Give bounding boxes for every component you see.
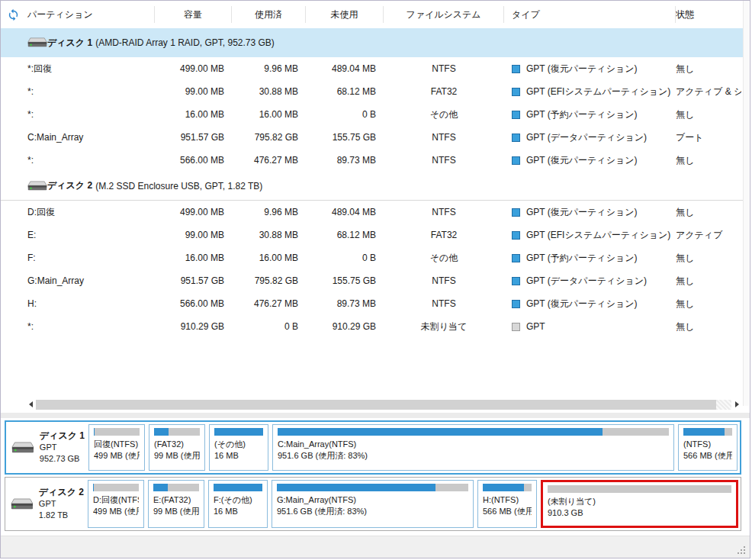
disk-map-partition-block[interactable]: 回復(NTFS)499 MB (使用済: 2%) <box>88 424 145 471</box>
partition-row[interactable]: *:566.00 MB476.27 MB89.73 MBNTFSGPT (復元パ… <box>1 149 743 172</box>
column-header-unused[interactable]: 未使用 <box>306 6 384 23</box>
partition-row[interactable]: C:Main_Array951.57 GB795.82 GB155.75 GBN… <box>1 126 743 149</box>
partition-row[interactable]: E:99.00 MB30.88 MB68.12 MBFAT32GPT (EFIシ… <box>1 224 743 246</box>
scroll-right-arrow[interactable] <box>731 399 742 410</box>
partition-type-square-icon <box>512 65 520 73</box>
scroll-left-arrow[interactable] <box>25 399 36 410</box>
partition-row[interactable]: F:16.00 MB16.00 MB0 Bその他GPT (予約パーティション)無… <box>1 246 743 269</box>
disk-map-partition-unallocated-highlighted[interactable]: (未割り当て)910.3 GB <box>541 480 738 528</box>
column-header-used[interactable]: 使用済 <box>232 6 306 23</box>
filesystem-cell: NTFS <box>384 207 504 217</box>
unused-cell: 489.04 MB <box>306 63 384 74</box>
partition-table: パーティション 容量 使用済 未使用 ファイルシステム タイプ 状態 ディスク … <box>1 1 743 338</box>
capacity-cell: 99.00 MB <box>155 230 232 240</box>
capacity-cell: 951.57 GB <box>155 132 232 143</box>
right-triangle-icon <box>735 401 739 407</box>
disk-map-partition-block[interactable]: H:(NTFS)566 MB (使用済: 84%) <box>477 480 537 528</box>
disk-map-row-1[interactable]: ディスク 1GPT952.73 GB回復(NTFS)499 MB (使用済: 2… <box>5 420 741 475</box>
partition-row[interactable]: *:16.00 MB16.00 MB0 Bその他GPT (予約パーティション)無… <box>1 103 743 126</box>
partition-block-size: 16 MB <box>214 450 263 462</box>
partition-name-cell: D:回復 <box>1 206 155 219</box>
disk-map-partition-block[interactable]: D:回復(NTFS)499 MB (使用済: 2%) <box>88 480 144 528</box>
usage-bar <box>277 484 468 491</box>
partition-block-size: 499 MB (使用済: 2%) <box>94 450 140 462</box>
status-cell: 無し <box>676 252 741 265</box>
disk-map-partition-block[interactable]: C:Main_Array(NTFS)951.6 GB (使用済: 83%) <box>272 424 674 471</box>
scrollbar-track[interactable] <box>716 400 731 410</box>
disk-drive-icon <box>27 180 47 192</box>
table-header-row: パーティション 容量 使用済 未使用 ファイルシステム タイプ 状態 <box>1 1 743 28</box>
disk-map-partition-block[interactable]: (NTFS)566 MB (使用済: 84%) <box>678 424 738 471</box>
disk-map-size: 1.82 TB <box>39 510 84 521</box>
capacity-cell: 499.00 MB <box>155 63 232 74</box>
partition-row[interactable]: *:99.00 MB30.88 MB68.12 MBFAT32GPT (EFIシ… <box>1 80 743 103</box>
status-cell: 無し <box>676 206 741 219</box>
disk-group-name: ディスク 2 <box>47 179 92 192</box>
status-cell: 無し <box>676 320 741 333</box>
partition-block-size: 951.6 GB (使用済: 83%) <box>278 450 669 462</box>
partition-type-square-icon <box>512 111 520 119</box>
filesystem-cell: NTFS <box>384 275 504 286</box>
disk-map-partition-block[interactable]: (FAT32)99 MB (使用済: 31%) <box>149 424 205 471</box>
partition-name-cell: *: <box>1 155 155 166</box>
disk-map-partition-block[interactable]: E:(FAT32)99 MB (使用済: 31%) <box>148 480 204 528</box>
usage-bar-fill <box>94 428 95 436</box>
capacity-cell: 499.00 MB <box>155 207 232 217</box>
unused-cell: 68.12 MB <box>306 230 384 240</box>
usage-bar <box>154 428 200 436</box>
partition-row[interactable]: G:Main_Array951.57 GB795.82 GB155.75 GBN… <box>1 269 743 292</box>
partition-name-cell: C:Main_Array <box>1 132 155 143</box>
disk-group-row-1[interactable]: ディスク 1(AMD-RAID Array 1 RAID, GPT, 952.7… <box>1 28 743 57</box>
usage-bar-fill <box>683 428 725 436</box>
type-label: GPT (復元パーティション) <box>526 298 637 311</box>
partition-block-name: F:(その他) <box>214 494 262 506</box>
column-header-status[interactable]: 状態 <box>676 6 741 23</box>
partition-name-cell: *:回復 <box>1 63 155 76</box>
partition-type-square-icon <box>512 231 520 240</box>
unused-cell: 489.04 MB <box>306 207 384 217</box>
partition-type-square-icon <box>512 88 520 96</box>
type-label: GPT (復元パーティション) <box>526 206 637 219</box>
disk-map-scheme: GPT <box>40 442 85 453</box>
disk-group-name: ディスク 1 <box>47 37 92 50</box>
partition-row[interactable]: D:回復499.00 MB9.96 MB489.04 MBNTFSGPT (復元… <box>1 201 743 224</box>
usage-bar <box>483 484 532 491</box>
resize-grip[interactable] <box>738 546 745 554</box>
disk-group-row-2[interactable]: ディスク 2(M.2 SSD Enclosure USB, GPT, 1.82 … <box>1 172 743 201</box>
scrollbar-thumb[interactable] <box>36 400 716 410</box>
vertical-scrollbar-track[interactable] <box>743 1 749 406</box>
used-cell: 9.96 MB <box>232 63 306 74</box>
partition-type-square-icon <box>512 323 520 331</box>
partition-name-cell: *: <box>1 86 155 97</box>
type-label: GPT (EFIシステムパーティション) <box>526 85 670 98</box>
refresh-icon[interactable] <box>7 8 20 21</box>
partition-type-square-icon <box>512 208 520 217</box>
capacity-cell: 16.00 MB <box>155 109 232 120</box>
column-header-type[interactable]: タイプ <box>504 6 676 23</box>
type-label: GPT <box>526 321 545 332</box>
disk-map-partition-block[interactable]: G:Main_Array(NTFS)951.6 GB (使用済: 83%) <box>272 480 474 528</box>
disk-map-row-2[interactable]: ディスク 2GPT1.82 TBD:回復(NTFS)499 MB (使用済: 2… <box>5 477 741 531</box>
disk-map-scheme: GPT <box>39 498 84 510</box>
disk-drive-icon <box>11 440 34 455</box>
usage-bar-fill <box>214 484 262 491</box>
partition-row[interactable]: H:566.00 MB476.27 MB89.73 MBNTFSGPT (復元パ… <box>1 292 743 315</box>
filesystem-cell: NTFS <box>384 298 504 309</box>
partition-type-square-icon <box>512 277 520 285</box>
filesystem-cell: NTFS <box>384 63 504 74</box>
column-header-filesystem[interactable]: ファイルシステム <box>384 6 504 23</box>
horizontal-scrollbar[interactable] <box>25 399 742 410</box>
partition-row[interactable]: *:回復499.00 MB9.96 MB489.04 MBNTFSGPT (復元… <box>1 57 743 80</box>
disk-map-label-text: ディスク 1GPT952.73 GB <box>40 430 85 465</box>
partition-block-size: 499 MB (使用済: 2%) <box>93 506 139 517</box>
status-cell: 無し <box>676 154 741 167</box>
partition-row[interactable]: *:910.29 GB0 B910.29 GB未割り当てGPT無し <box>1 315 743 338</box>
type-cell: GPT (データパーティション) <box>504 275 676 288</box>
used-cell: 476.27 MB <box>232 155 306 166</box>
status-cell: アクティブ <box>676 229 741 242</box>
disk-map-partition-block[interactable]: (その他)16 MB <box>209 424 268 471</box>
column-header-partition[interactable]: パーティション <box>1 6 155 23</box>
used-cell: 795.82 GB <box>232 275 306 286</box>
disk-map-partition-block[interactable]: F:(その他)16 MB <box>208 480 268 528</box>
column-header-capacity[interactable]: 容量 <box>155 6 232 23</box>
